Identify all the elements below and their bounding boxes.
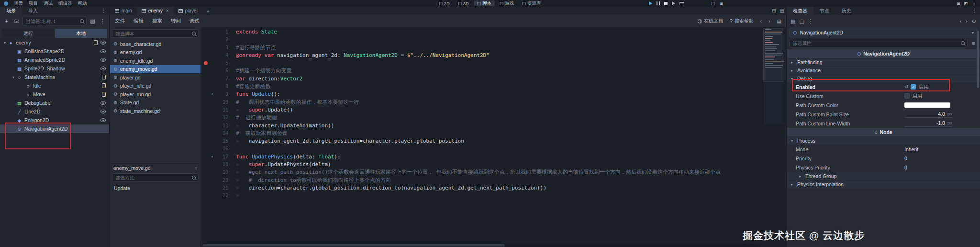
script-item[interactable]: ⚙state_machine.gd: [110, 107, 200, 115]
gutter[interactable]: 18: [201, 161, 228, 168]
gutter[interactable]: 4: [201, 52, 228, 59]
point-size-spinbox[interactable]: 4.0 px: [904, 111, 952, 118]
gutter[interactable]: 6: [201, 67, 228, 75]
tab-history[interactable]: 历史: [835, 7, 858, 15]
new-resource-icon[interactable]: ▤: [791, 18, 795, 24]
menu-project[interactable]: 项目: [29, 0, 38, 7]
tree-item-polygon2d[interactable]: ◆ Polygon2D: [0, 116, 109, 124]
add-node-button[interactable]: +: [2, 17, 11, 25]
revert-property-icon[interactable]: ↺: [904, 84, 908, 90]
tree-item-navigationagent2d[interactable]: ⊙ NavigationAgent2D: [0, 124, 109, 133]
code-line[interactable]: 2: [201, 36, 761, 44]
sort-methods-icon[interactable]: ↕: [195, 165, 197, 170]
gutter[interactable]: 5: [201, 59, 228, 67]
menu-search[interactable]: 搜索: [152, 18, 162, 24]
play-button[interactable]: [649, 1, 652, 5]
history-back-button[interactable]: ‹: [959, 18, 961, 24]
gutter[interactable]: 20: [201, 177, 228, 184]
fold-arrow-icon[interactable]: ▾: [211, 153, 213, 161]
section-physics-interpolation[interactable]: ▸Physics Interpolation: [787, 180, 980, 188]
scene-filter-input[interactable]: [22, 17, 87, 25]
scene-tab-player[interactable]: player: [174, 7, 203, 15]
code-line[interactable]: 4@onready var navigation_agent_2d: Navig…: [201, 52, 761, 59]
menu-debug[interactable]: 调试: [189, 18, 200, 24]
stop-button[interactable]: [664, 2, 668, 5]
fold-arrow-icon[interactable]: ▾: [211, 90, 213, 98]
remote-tab[interactable]: 远程: [2, 29, 54, 38]
code-editor[interactable]: 1extends State 2 3#进行寻路的节点 4@onready var…: [201, 27, 786, 247]
movie-maker-button[interactable]: [679, 2, 684, 5]
filter-properties-input[interactable]: [789, 39, 968, 47]
gutter[interactable]: 13: [201, 122, 228, 130]
close-tab-icon[interactable]: ×: [166, 8, 169, 13]
filter-methods-input[interactable]: [112, 173, 199, 182]
code-line[interactable]: 14# 获取玩家目标位置: [201, 130, 761, 137]
dock-options-icon[interactable]: ⋮: [969, 7, 980, 15]
mode-2d-button[interactable]: 2D: [436, 0, 453, 6]
mode-3d-button[interactable]: 3D: [455, 0, 472, 6]
code-line[interactable]: 1extends State: [201, 28, 761, 36]
gutter[interactable]: ▾9: [201, 90, 228, 98]
gutter[interactable]: 21: [201, 184, 228, 192]
menu-edit[interactable]: 编辑: [134, 18, 144, 24]
tree-item-collisionshape2d[interactable]: ▣ CollisionShape2D: [0, 47, 109, 56]
tree-item-move[interactable]: ○ Move: [0, 90, 109, 99]
visibility-eye-icon[interactable]: [100, 110, 106, 113]
gutter[interactable]: ▾17: [201, 153, 228, 161]
menu-file[interactable]: 文件: [115, 18, 125, 24]
menu-scene[interactable]: 场景: [14, 0, 23, 7]
code-line[interactable]: 21» direction=character.global_position.…: [201, 184, 761, 192]
tree-item-line2d[interactable]: ╱ Line2D: [0, 107, 109, 116]
breakpoint-dot[interactable]: [204, 61, 208, 65]
godot-logo-icon[interactable]: [4, 1, 8, 6]
section-thread-group[interactable]: ▸Thread Group: [787, 172, 980, 180]
section-process[interactable]: ▾Process: [787, 136, 980, 145]
code-line[interactable]: 13» character.UpdateAnimation(): [201, 122, 761, 130]
script-icon[interactable]: [102, 83, 106, 88]
visibility-eye-icon[interactable]: [100, 101, 106, 105]
gutter[interactable]: 1: [201, 28, 228, 36]
code-line[interactable]: 6#新建一个指明方向变量: [201, 67, 761, 75]
mode-game-button[interactable]: 游戏: [497, 0, 517, 6]
code-line[interactable]: 11» super.Update(): [201, 106, 761, 114]
dock-options-icon[interactable]: ⋮: [98, 7, 109, 15]
script-icon[interactable]: [94, 40, 98, 45]
script-item[interactable]: ⚙player.gd: [110, 73, 200, 82]
panels-icon[interactable]: ◩: [964, 1, 968, 6]
filter-scripts-input[interactable]: [112, 29, 199, 38]
tree-item-enemy[interactable]: ▾ ● enemy: [0, 38, 109, 47]
code-line[interactable]: 15» navigation_agent_2d.target_position=…: [201, 137, 761, 145]
script-item[interactable]: ⚙player_idle.gd: [110, 82, 200, 90]
expand-editor-icon[interactable]: ⊞: [772, 8, 776, 13]
history-forward-button[interactable]: ›: [768, 19, 770, 24]
code-line[interactable]: 19» #get_next_path_position()这个函数会返回通往玩家…: [201, 168, 761, 176]
members-panel-icon[interactable]: ▤: [777, 19, 781, 24]
mode-dropdown[interactable]: Inherit: [904, 146, 952, 152]
gutter[interactable]: 11: [201, 106, 228, 114]
scene-tab-main[interactable]: main: [110, 7, 137, 15]
section-debug[interactable]: ▾Debug: [787, 74, 980, 82]
menu-goto[interactable]: 转到: [171, 18, 181, 24]
play-scene-button[interactable]: [672, 1, 675, 5]
visibility-eye-icon[interactable]: [100, 67, 106, 70]
mode-assetlib-button[interactable]: 资源库: [519, 0, 545, 6]
menu-help[interactable]: 帮助: [78, 0, 87, 7]
scene-tree-options-icon[interactable]: ⋮: [99, 17, 107, 25]
line-width-spinbox[interactable]: -1.0 px: [904, 120, 952, 127]
code-line[interactable]: 22»: [201, 192, 761, 200]
object-history-icon[interactable]: ⊙: [972, 18, 976, 24]
code-line[interactable]: ▾9func Update():: [201, 90, 761, 98]
code-line[interactable]: 5: [201, 59, 761, 67]
local-tab[interactable]: 本地: [55, 29, 107, 38]
gutter[interactable]: 22: [201, 192, 228, 200]
method-item-update[interactable]: Update: [110, 184, 200, 192]
code-line[interactable]: 20» # direction_to函数可以给我们指向路径上某个点的方向: [201, 177, 761, 184]
script-icon[interactable]: [102, 75, 106, 79]
script-item-selected[interactable]: ⚙enemy_move.gd: [110, 65, 200, 74]
script-item[interactable]: ⚙player_run.gd: [110, 90, 200, 99]
physics-priority-spinbox[interactable]: 0: [904, 165, 952, 170]
renderer-icon[interactable]: ▢: [711, 1, 715, 6]
tree-item-idle[interactable]: ○ Idle: [0, 81, 109, 90]
edited-object-selector[interactable]: ⊙ NavigationAgent2D ▾: [789, 28, 978, 37]
tree-item-sprite2d-shadow[interactable]: ▦ Sprite2D_Shadow: [0, 64, 109, 73]
